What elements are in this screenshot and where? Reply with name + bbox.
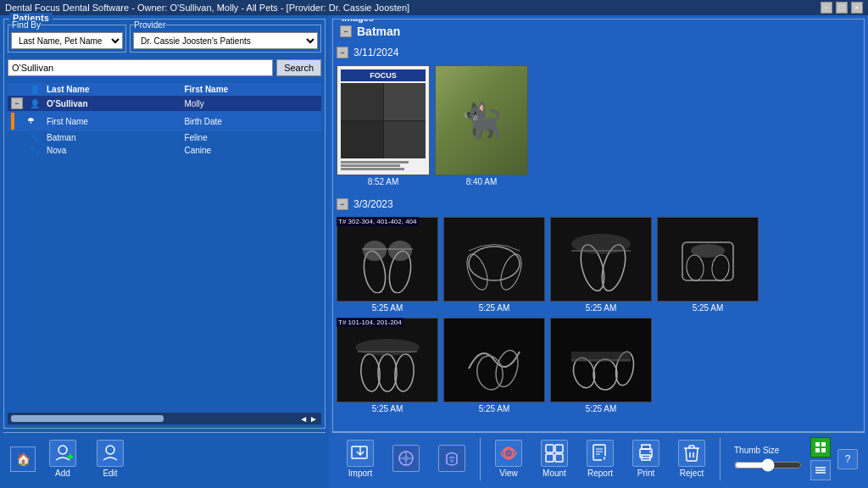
add-label: Add: [55, 469, 70, 478]
thumb-item-doc[interactable]: FOCUS: [337, 65, 430, 186]
add-button-container[interactable]: Add: [42, 437, 83, 480]
maximize-button[interactable]: □: [836, 2, 848, 14]
xray4-img[interactable]: [657, 217, 759, 302]
close-button[interactable]: ×: [851, 2, 863, 14]
svg-point-26: [492, 348, 522, 390]
import-button[interactable]: Import: [339, 437, 381, 480]
collapse-images-button[interactable]: −: [340, 25, 352, 37]
owner-expand[interactable]: −: [8, 96, 26, 111]
print-icon-svg: [636, 443, 656, 463]
collapse-owner-button[interactable]: −: [11, 97, 23, 109]
mount-icon: [541, 440, 568, 467]
view-icon-svg: [498, 443, 519, 463]
thumb-size-label: Thumb Size: [734, 446, 802, 455]
view-mode-buttons: [810, 437, 831, 480]
provider-select[interactable]: Dr. Cassie Joosten's Patients: [133, 32, 318, 49]
thumb-xray-1[interactable]: T# 302-304, 401-402, 404: [337, 217, 438, 313]
acquire1-svg: [396, 448, 416, 469]
xray4-time: 5:25 AM: [693, 303, 724, 313]
col-pet-first-name: First Name: [43, 111, 181, 131]
edit-button-container[interactable]: Edit: [90, 437, 131, 480]
xray3-img[interactable]: [550, 217, 652, 302]
xray2-img[interactable]: [443, 217, 545, 302]
nova-icon-cell: 🐾: [26, 144, 43, 157]
search-row: Search: [8, 59, 321, 76]
collapse-date1-button[interactable]: −: [337, 47, 348, 58]
edit-label: Edit: [103, 469, 117, 478]
provider-box: Provider Dr. Cassie Joosten's Patients: [130, 25, 321, 53]
toolbar-divider-1: [480, 438, 481, 480]
images-section-label: Images: [338, 19, 377, 23]
pets-header-row: 🐾 🌩 First Name Birth Date: [8, 111, 321, 131]
nova-name[interactable]: Nova: [43, 144, 181, 157]
doc-thumbnail[interactable]: FOCUS: [337, 65, 430, 175]
view-button[interactable]: View: [487, 437, 530, 480]
mount-icon-svg: [544, 443, 565, 463]
reject-button[interactable]: Reject: [670, 437, 713, 480]
doc-xray-2: [384, 83, 426, 120]
images-section: Images − Batman − 3/11/2024: [332, 19, 865, 432]
thumb-xray-5[interactable]: T# 101-104, 201-204: [337, 318, 438, 413]
report-button[interactable]: Report: [579, 437, 621, 480]
col-last-name: Last Name: [43, 83, 181, 96]
batman-name[interactable]: Batman: [43, 131, 181, 144]
owner-icon-cell: 👤: [26, 96, 43, 111]
print-label: Print: [637, 469, 655, 478]
thumb-item-photo[interactable]: 🐈‍⬛ 8:40 AM: [435, 65, 528, 186]
find-by-select[interactable]: Last Name, Pet Name: [11, 32, 123, 49]
acquire2-button[interactable]: [431, 442, 473, 476]
pets-header-spacer: 🐾 🌩: [8, 111, 43, 131]
cat-photo-thumbnail[interactable]: 🐈‍⬛: [435, 65, 528, 175]
thumb-xray-6[interactable]: 5:25 AM: [443, 318, 545, 413]
mount-button[interactable]: Mount: [533, 437, 576, 480]
thumb-xray-3[interactable]: 5:25 AM: [550, 217, 652, 313]
thumb-size-slider[interactable]: [734, 458, 802, 472]
list-view-button[interactable]: [810, 460, 831, 480]
window-controls[interactable]: − □ ×: [821, 2, 863, 14]
collapse-date2-button[interactable]: −: [337, 198, 348, 210]
owner-last-name[interactable]: O'Sullivan: [43, 96, 181, 111]
pet-row-nova[interactable]: 🐾 Nova Canine: [8, 144, 321, 157]
pet-row-batman[interactable]: 🐾 Batman Feline: [8, 131, 321, 144]
xray7-time: 5:25 AM: [586, 404, 617, 413]
find-provider-row: Find By Last Name, Pet Name Provider Dr.…: [8, 25, 321, 53]
doc-line3: [341, 168, 404, 170]
doc-xray-1: [341, 83, 383, 120]
xray7-img[interactable]: [550, 318, 652, 402]
acquire1-button[interactable]: [385, 442, 427, 476]
main-container: Patients Find By Last Name, Pet Name Pro…: [0, 15, 868, 488]
horizontal-scrollbar[interactable]: ◄ ►: [8, 413, 321, 424]
toolbar-divider-2: [720, 438, 721, 480]
owner-row[interactable]: − 👤 O'Sullivan Molly: [8, 96, 321, 111]
grid-view-button[interactable]: [810, 437, 831, 458]
print-button[interactable]: Print: [625, 437, 667, 480]
scroll-left-arrow[interactable]: ◄: [299, 414, 308, 424]
orange-accent-bar: [11, 113, 14, 130]
print-icon: [632, 440, 659, 467]
acquire2-icon: [438, 445, 465, 472]
xray5-img[interactable]: [337, 318, 438, 402]
xray1-img[interactable]: [337, 217, 438, 302]
minimize-button[interactable]: −: [821, 2, 832, 14]
find-by-box: Find By Last Name, Pet Name: [8, 25, 126, 53]
left-toolbar: 🏠 Add: [3, 432, 326, 485]
nova-species: Canine: [181, 144, 321, 157]
owner-first-name[interactable]: Molly: [181, 96, 321, 111]
svg-rect-43: [555, 454, 563, 462]
col-icon: 👤: [26, 83, 43, 96]
h-scroll-thumb[interactable]: [11, 415, 164, 422]
search-button[interactable]: Search: [276, 59, 321, 76]
thumb-xray-4[interactable]: 5:25 AM: [657, 217, 759, 313]
help-button[interactable]: ?: [837, 449, 858, 469]
images-scroll-area[interactable]: − 3/11/2024 FOCUS: [333, 42, 864, 431]
xray6-img[interactable]: [443, 318, 545, 402]
col-first-name: First Name: [181, 83, 321, 96]
xray1-wrapper: T# 302-304, 401-402, 404: [337, 217, 438, 302]
thumb-xray-7[interactable]: 5:25 AM: [550, 318, 652, 413]
scroll-right-arrow[interactable]: ►: [309, 414, 318, 424]
nav-icon-button[interactable]: 🏠: [10, 446, 36, 472]
report-label: Report: [587, 469, 613, 478]
pet-name-header: − Batman: [333, 19, 864, 42]
thumb-xray-2[interactable]: 5:25 AM: [443, 217, 545, 313]
search-input[interactable]: [8, 59, 273, 76]
